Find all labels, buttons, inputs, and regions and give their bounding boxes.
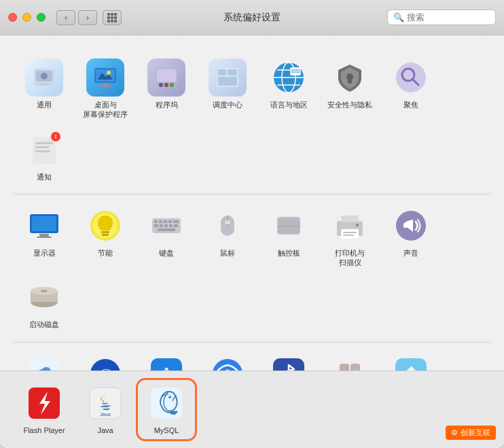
missionctrl-item[interactable]: 调度中心 <box>197 53 258 125</box>
display-label: 显示器 <box>33 248 56 258</box>
flash-icon <box>25 384 63 422</box>
desktop-item[interactable]: 桌面与屏幕保护程序 <box>75 53 136 125</box>
svg-rect-53 <box>164 224 168 227</box>
svg-text:@: @ <box>98 365 112 371</box>
svg-point-73 <box>41 290 48 292</box>
bluetooth-icon <box>270 355 308 371</box>
notif-item[interactable]: ! 通知 <box>14 125 75 187</box>
sharing-icon <box>392 355 430 371</box>
bluetooth-item[interactable]: 蓝牙 <box>258 349 319 371</box>
spotlight-label: 聚焦 <box>403 100 418 109</box>
general-icon <box>25 58 63 97</box>
java-item[interactable]: Java Java <box>75 379 136 441</box>
network-icon <box>209 355 247 371</box>
svg-rect-2 <box>38 84 50 85</box>
svg-rect-67 <box>343 235 354 236</box>
svg-rect-51 <box>154 224 158 227</box>
titlebar: ‹ › 系统偏好设置 🔍 <box>0 0 504 35</box>
svg-rect-11 <box>157 69 176 82</box>
icloud-item[interactable]: iCloud <box>14 349 75 371</box>
search-input[interactable] <box>407 12 490 22</box>
mouse-item[interactable]: 鼠标 <box>197 201 258 273</box>
spotlight-item[interactable]: 聚焦 <box>380 53 442 125</box>
personal-section: 通用 桌面与屏幕保护 <box>14 46 490 194</box>
display-item[interactable]: 显示器 <box>14 201 75 273</box>
window-title: 系统偏好设置 <box>223 12 281 24</box>
svg-point-124 <box>168 396 170 397</box>
missionctrl-label: 调度中心 <box>213 100 242 109</box>
java-icon: Java <box>86 384 124 422</box>
svg-rect-34 <box>35 142 53 144</box>
startup-item[interactable]: 启动磁盘 <box>14 273 75 334</box>
svg-rect-49 <box>168 220 172 223</box>
personal-icons-grid: 通用 桌面与屏幕保护 <box>14 53 490 187</box>
sound-item[interactable]: 声音 <box>380 201 442 273</box>
watermark: ⚙ 创新互联 <box>446 426 496 440</box>
svg-rect-25 <box>290 67 301 75</box>
energy-item[interactable]: 节能 <box>75 201 136 273</box>
sharing-item[interactable]: 共享 <box>380 349 442 371</box>
svg-rect-39 <box>39 234 49 237</box>
notif-label: 通知 <box>37 172 52 182</box>
lang-item[interactable]: 语言与地区 <box>258 53 319 125</box>
keyboard-icon <box>147 207 185 245</box>
mouse-icon <box>209 207 247 245</box>
appstore-icon: A <box>147 355 185 371</box>
svg-rect-40 <box>37 237 52 238</box>
svg-rect-36 <box>35 150 50 152</box>
search-icon: 🔍 <box>393 12 404 22</box>
startup-icon <box>25 278 63 316</box>
internet-icon: @ <box>86 355 124 371</box>
icloud-icon <box>25 355 63 371</box>
energy-icon <box>86 207 124 245</box>
svg-rect-56 <box>158 228 175 231</box>
svg-rect-18 <box>228 69 237 75</box>
maximize-button[interactable] <box>37 13 46 22</box>
svg-rect-52 <box>160 224 163 227</box>
svg-rect-65 <box>341 229 359 239</box>
search-box[interactable]: 🔍 <box>387 10 496 25</box>
svg-point-9 <box>107 71 111 75</box>
forward-button[interactable]: › <box>78 10 97 25</box>
svg-rect-55 <box>174 224 178 227</box>
svg-rect-83 <box>350 364 360 371</box>
bottom-section: Flash Player Java Java <box>0 371 504 448</box>
security-item[interactable]: 安全性与隐私 <box>319 53 380 125</box>
mysql-item[interactable]: MySQL <box>136 378 197 441</box>
general-label: 通用 <box>37 100 52 109</box>
trackpad-item[interactable]: 触控板 <box>258 201 319 273</box>
flash-label: Flash Player <box>23 426 65 435</box>
energy-label: 节能 <box>98 248 113 258</box>
appstore-item[interactable]: A App Store <box>136 349 197 371</box>
flash-item[interactable]: Flash Player <box>14 379 75 441</box>
watermark-text: 创新互联 <box>461 428 490 438</box>
security-icon <box>331 58 369 97</box>
lang-icon <box>270 58 308 97</box>
security-label: 安全性与隐私 <box>327 100 372 109</box>
back-button[interactable]: ‹ <box>56 10 75 25</box>
lang-label: 语言与地区 <box>270 100 308 109</box>
svg-rect-6 <box>101 84 109 86</box>
extensions-icon <box>331 355 369 371</box>
mysql-label: MySQL <box>154 426 179 435</box>
minimize-button[interactable] <box>22 13 31 22</box>
svg-point-3 <box>41 73 48 80</box>
general-item[interactable]: 通用 <box>14 53 75 125</box>
svg-rect-17 <box>218 69 226 75</box>
svg-rect-61 <box>278 218 299 233</box>
network-item[interactable]: 网络 <box>197 349 258 371</box>
extensions-item[interactable]: 扩展 <box>319 349 380 371</box>
keyboard-item[interactable]: 键盘 <box>136 201 197 273</box>
notif-icon: ! <box>25 131 63 169</box>
grid-icon <box>107 13 117 22</box>
java-label: Java <box>97 426 113 435</box>
sound-icon <box>392 207 430 245</box>
dock-item[interactable]: 程序坞 <box>136 53 197 125</box>
svg-point-68 <box>356 224 359 226</box>
internet-item[interactable]: @ 互联网帐户 <box>75 349 136 371</box>
svg-rect-15 <box>170 83 174 87</box>
printer-item[interactable]: 打印机与扫描仪 <box>319 201 380 273</box>
close-button[interactable] <box>8 13 17 22</box>
desktop-label: 桌面与屏幕保护程序 <box>83 100 128 120</box>
grid-button[interactable] <box>103 10 122 25</box>
